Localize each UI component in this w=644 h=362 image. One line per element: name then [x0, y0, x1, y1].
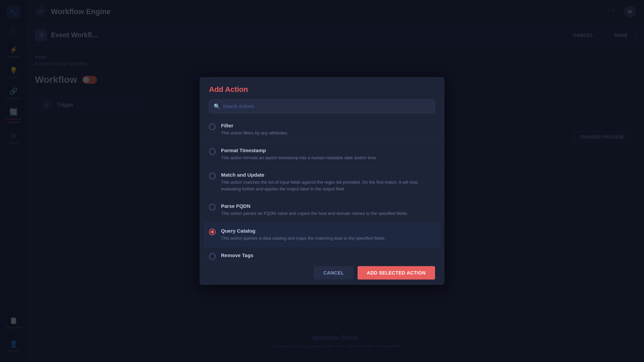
radio-format-timestamp[interactable] [209, 148, 216, 155]
action-desc-format-timestamp: This action formats an epoch timestamp i… [221, 155, 435, 161]
modal-title: Add Action [209, 85, 248, 94]
modal-footer: CANCEL ADD SELECTED ACTION [200, 260, 444, 285]
action-desc-parse-fqdn: This action parses an FQDN value and cop… [221, 210, 435, 217]
action-desc-filter: This action filters by any attributes. [221, 130, 435, 136]
action-info-match-and-update: Match and UpdateThis action matches the … [221, 172, 435, 192]
add-selected-action-button[interactable]: ADD SELECTED ACTION [358, 266, 435, 280]
search-icon: 🔍 [214, 103, 220, 110]
action-info-remove-tags: Remove TagsThis action removes tags that… [221, 252, 435, 260]
action-item-format-timestamp[interactable]: Format TimestampThis action formats an e… [204, 142, 440, 167]
action-info-query-catalog: Query CatalogThis action queries a data … [221, 228, 435, 242]
modal-header: Add Action [200, 77, 444, 99]
action-item-parse-fqdn[interactable]: Parse FQDNThis action parses an FQDN val… [204, 198, 440, 223]
action-item-query-catalog[interactable]: Query CatalogThis action queries a data … [204, 223, 440, 247]
radio-parse-fqdn[interactable] [209, 204, 216, 210]
radio-match-and-update[interactable] [209, 173, 216, 179]
action-name-format-timestamp: Format Timestamp [221, 147, 435, 153]
action-item-remove-tags[interactable]: Remove TagsThis action removes tags that… [204, 247, 440, 260]
action-name-filter: Filter [221, 123, 435, 128]
action-name-remove-tags: Remove Tags [221, 252, 435, 258]
action-item-match-and-update[interactable]: Match and UpdateThis action matches the … [204, 167, 440, 198]
action-list: FilterThis action filters by any attribu… [200, 117, 444, 260]
add-action-modal: Add Action 🔍 FilterThis action filters b… [200, 77, 444, 285]
radio-remove-tags[interactable] [209, 253, 216, 260]
modal-search-container: 🔍 [209, 99, 435, 113]
action-info-format-timestamp: Format TimestampThis action formats an e… [221, 147, 435, 161]
action-name-parse-fqdn: Parse FQDN [221, 203, 435, 209]
search-input[interactable] [209, 99, 435, 113]
action-name-query-catalog: Query Catalog [221, 228, 435, 234]
action-info-parse-fqdn: Parse FQDNThis action parses an FQDN val… [221, 203, 435, 217]
radio-filter[interactable] [209, 123, 216, 130]
action-desc-match-and-update: This action matches the list of input fi… [221, 179, 435, 192]
action-info-filter: FilterThis action filters by any attribu… [221, 123, 435, 136]
action-name-match-and-update: Match and Update [221, 172, 435, 178]
action-desc-query-catalog: This action queries a data catalog and m… [221, 235, 435, 242]
modal-overlay: Add Action 🔍 FilterThis action filters b… [0, 0, 644, 362]
action-item-filter[interactable]: FilterThis action filters by any attribu… [204, 117, 440, 142]
modal-cancel-button[interactable]: CANCEL [314, 266, 353, 280]
radio-query-catalog[interactable] [209, 229, 216, 235]
